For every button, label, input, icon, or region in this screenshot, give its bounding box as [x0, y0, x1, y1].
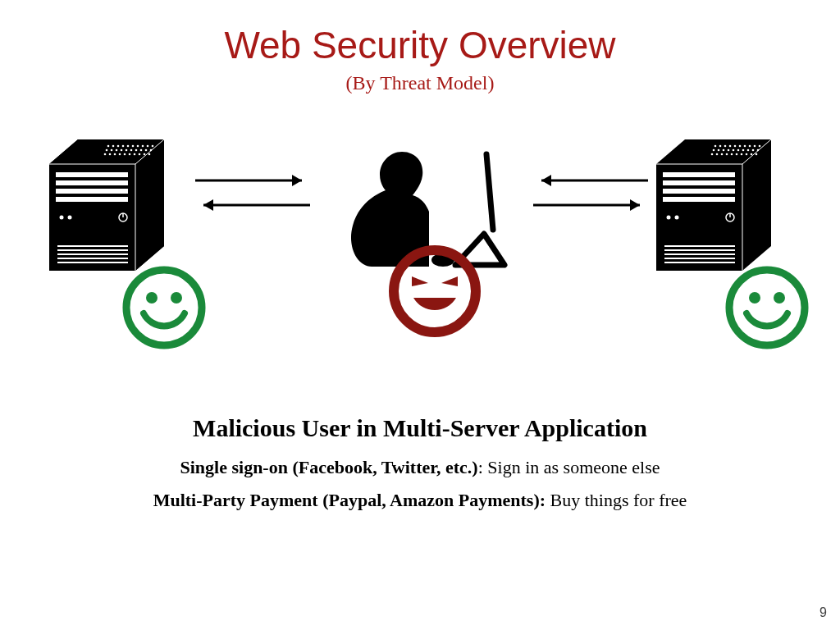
svg-point-66 — [714, 145, 717, 148]
slide: Web Security Overview (By Threat Model) — [0, 0, 840, 630]
svg-point-73 — [749, 145, 751, 148]
svg-point-106 — [146, 292, 158, 304]
svg-point-110 — [749, 292, 760, 304]
svg-point-38 — [150, 149, 153, 152]
svg-point-24 — [132, 145, 135, 148]
svg-point-43 — [124, 153, 126, 156]
svg-point-27 — [147, 145, 149, 148]
svg-point-26 — [142, 145, 144, 148]
svg-point-37 — [145, 149, 148, 152]
svg-point-78 — [723, 149, 725, 152]
server-left-icon — [49, 139, 172, 279]
svg-point-72 — [744, 145, 746, 148]
svg-point-34 — [130, 149, 133, 152]
svg-point-81 — [737, 149, 740, 152]
svg-point-45 — [134, 153, 136, 156]
line-sso: Single sign-on (Facebook, Twitter, etc.)… — [0, 457, 840, 478]
arrows-right-icon — [525, 166, 656, 226]
svg-point-21 — [117, 145, 120, 148]
svg-point-105 — [126, 270, 202, 345]
svg-point-85 — [757, 149, 760, 152]
svg-point-58 — [675, 216, 679, 220]
svg-point-36 — [140, 149, 143, 152]
svg-point-41 — [114, 153, 116, 156]
svg-point-88 — [721, 153, 724, 156]
svg-point-109 — [729, 270, 805, 345]
svg-point-83 — [747, 149, 750, 152]
svg-rect-9 — [56, 197, 128, 202]
svg-point-76 — [713, 149, 715, 152]
svg-point-22 — [122, 145, 125, 148]
svg-point-84 — [752, 149, 755, 152]
line-payment: Multi-Party Payment (Paypal, Amazon Paym… — [0, 490, 840, 511]
svg-point-74 — [754, 145, 756, 148]
svg-point-44 — [129, 153, 131, 156]
svg-point-69 — [729, 145, 732, 148]
svg-point-70 — [734, 145, 737, 148]
svg-rect-53 — [663, 172, 735, 177]
svg-point-91 — [736, 153, 738, 156]
svg-marker-98 — [292, 175, 302, 186]
svg-marker-100 — [203, 199, 213, 211]
svg-point-92 — [741, 153, 743, 156]
threat-diagram — [0, 139, 840, 386]
line-payment-bold: Multi-Party Payment (Paypal, Amazon Paym… — [153, 490, 546, 510]
svg-point-87 — [716, 153, 719, 156]
svg-point-31 — [116, 149, 118, 152]
line-sso-bold: Single sign-on (Facebook, Twitter, etc.) — [180, 457, 478, 477]
svg-point-86 — [711, 153, 714, 156]
good-smiley-right-icon — [722, 262, 812, 356]
svg-point-23 — [127, 145, 130, 148]
svg-point-93 — [746, 153, 748, 156]
svg-point-42 — [119, 153, 121, 156]
svg-point-94 — [751, 153, 753, 156]
svg-point-30 — [111, 149, 113, 152]
svg-point-108 — [394, 250, 476, 332]
svg-point-10 — [60, 216, 64, 220]
svg-rect-8 — [56, 189, 128, 194]
svg-rect-54 — [663, 180, 735, 185]
line-sso-rest: : Sign in as someone else — [478, 457, 660, 477]
svg-point-47 — [144, 153, 146, 156]
svg-point-79 — [728, 149, 730, 152]
svg-point-20 — [112, 145, 115, 148]
page-number: 9 — [819, 605, 827, 620]
svg-point-89 — [726, 153, 728, 156]
svg-point-33 — [126, 149, 128, 152]
svg-rect-55 — [663, 189, 735, 194]
svg-point-25 — [137, 145, 139, 148]
svg-point-71 — [739, 145, 742, 148]
svg-point-32 — [121, 149, 123, 152]
content-text: Malicious User in Multi-Server Applicati… — [0, 414, 840, 523]
svg-point-82 — [742, 149, 745, 152]
svg-point-46 — [139, 153, 141, 156]
svg-rect-6 — [56, 172, 128, 177]
svg-point-57 — [667, 216, 671, 220]
good-smiley-left-icon — [119, 262, 209, 356]
svg-point-35 — [135, 149, 138, 152]
svg-rect-7 — [56, 180, 128, 185]
line-payment-rest: Buy things for free — [546, 490, 687, 510]
svg-rect-56 — [663, 197, 735, 202]
svg-point-111 — [774, 292, 785, 304]
svg-point-77 — [718, 149, 720, 152]
svg-point-95 — [756, 153, 758, 156]
svg-point-107 — [171, 292, 182, 304]
svg-point-48 — [148, 153, 151, 156]
svg-marker-102 — [541, 175, 551, 186]
svg-point-90 — [731, 153, 733, 156]
svg-marker-104 — [630, 199, 640, 211]
svg-point-40 — [109, 153, 112, 156]
svg-point-68 — [724, 145, 727, 148]
svg-point-39 — [104, 153, 107, 156]
svg-point-75 — [759, 145, 761, 148]
evil-face-icon — [386, 242, 484, 344]
svg-point-11 — [68, 216, 72, 220]
arrows-left-icon — [187, 166, 318, 226]
svg-point-28 — [152, 145, 154, 148]
slide-subtitle: (By Threat Model) — [0, 72, 840, 94]
server-right-icon — [656, 139, 779, 279]
svg-point-19 — [107, 145, 110, 148]
svg-point-80 — [733, 149, 735, 152]
slide-title: Web Security Overview — [0, 0, 840, 67]
